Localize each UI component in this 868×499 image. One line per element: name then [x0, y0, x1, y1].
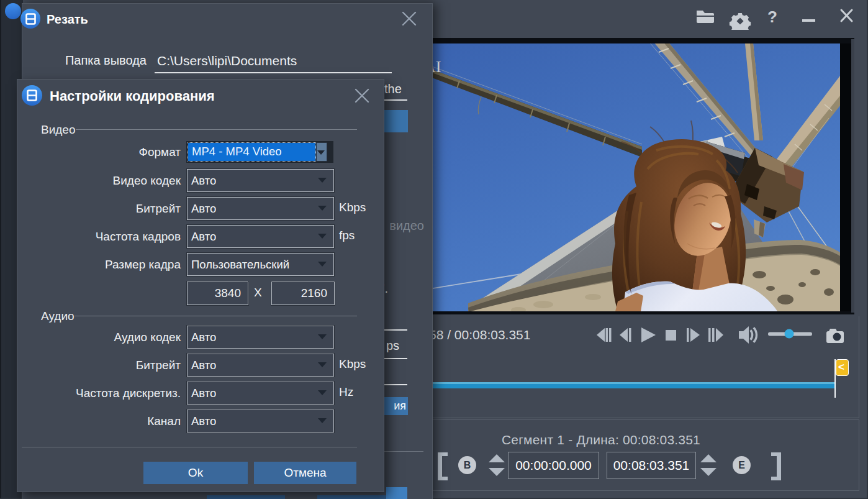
svg-text:AI: AI — [432, 58, 441, 76]
